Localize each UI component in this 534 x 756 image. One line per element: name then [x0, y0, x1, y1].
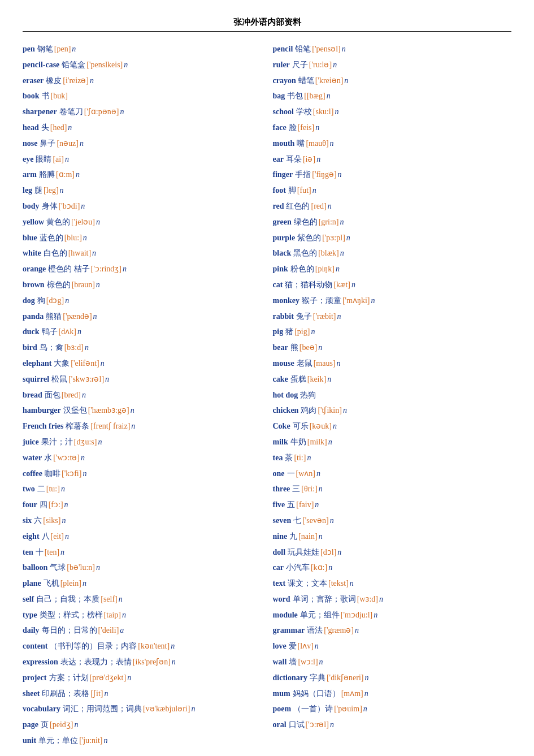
- word-english: ruler: [273, 58, 290, 72]
- vocab-entry: eye 眼睛[ai] n: [23, 152, 262, 167]
- word-chinese: 鸟；禽: [40, 341, 63, 355]
- word-english: five: [273, 498, 285, 512]
- word-english: purple: [273, 231, 296, 245]
- word-phonetic: [kən'tent]: [138, 640, 170, 653]
- word-chinese: 九: [289, 530, 297, 543]
- word-pos: n: [65, 153, 69, 166]
- word-english: ten: [23, 546, 33, 559]
- word-chinese: 蜡笔: [298, 74, 314, 88]
- word-chinese: 绿色的: [294, 215, 318, 229]
- word-phonetic: ['hæmbɜ:gə]: [88, 404, 129, 417]
- word-pos: n: [60, 184, 64, 197]
- page-container: 张冲外语内部资料 pen 钢笔[pen] npencil 铅笔['pensəl]…: [0, 0, 534, 756]
- word-phonetic: ['kreiən]: [315, 74, 344, 88]
- word-english: balloon: [23, 561, 47, 574]
- word-pos: n: [131, 420, 135, 433]
- word-pos: n: [333, 420, 337, 433]
- word-pos: n: [333, 58, 337, 72]
- word-chinese: 黄色的: [46, 215, 70, 229]
- word-pos: n: [105, 373, 109, 386]
- word-english: pen: [23, 42, 35, 56]
- word-english: pink: [273, 262, 288, 276]
- word-phonetic: [keik]: [307, 373, 326, 386]
- word-pos: n: [104, 687, 108, 701]
- word-pos: n: [120, 105, 124, 119]
- word-chinese: 书: [42, 89, 50, 103]
- page-title: 张冲外语内部资料: [23, 11, 511, 32]
- word-chinese: 橡皮: [46, 74, 62, 88]
- word-pos: n: [330, 514, 334, 528]
- word-phonetic: [buk]: [51, 89, 68, 103]
- word-chinese: 单元；单位: [38, 734, 78, 748]
- vocab-entry: bear 熊[beə] n: [273, 340, 512, 355]
- vocab-entry: cat 猫；猫科动物[kæt] n: [273, 278, 512, 292]
- vocab-entry: duck 鸭子[dʌk] n: [23, 325, 262, 339]
- word-chinese: 铅笔盒: [62, 58, 85, 72]
- word-chinese: 粉色的: [290, 262, 314, 276]
- word-english: dictionary: [273, 671, 307, 685]
- word-chinese: 橙色的 桔子: [48, 262, 90, 276]
- word-phonetic: ['pɜ:pl]: [322, 231, 345, 245]
- vocab-entry: white 白色的[hwait] n: [23, 246, 262, 261]
- word-english: yellow: [23, 215, 44, 229]
- word-phonetic: [milk]: [307, 435, 327, 449]
- word-english: brown: [23, 278, 45, 292]
- word-chinese: 茶: [285, 451, 293, 465]
- vocab-entry: monkey 猴子；顽童['mʌŋki] n: [273, 293, 512, 308]
- vocab-entry: blue 蓝色的[blu:] n: [23, 231, 262, 245]
- word-chinese: 兔子: [296, 310, 312, 323]
- word-pos: n: [337, 357, 341, 370]
- word-phonetic: ['tʃikin]: [318, 404, 342, 417]
- word-chinese: 胳膊: [39, 168, 55, 182]
- word-chinese: 果汁；汁: [41, 435, 73, 449]
- vocab-entry: mouse 老鼠[maus] n: [273, 356, 512, 371]
- word-english: tea: [273, 451, 283, 465]
- vocab-entry: pencil 铅笔['pensəl] n: [273, 42, 512, 57]
- word-pos: n: [101, 357, 105, 370]
- vocab-entry: two 二[tu:] n: [23, 482, 262, 496]
- word-english: oral: [273, 718, 286, 732]
- vocab-entry: oral 口试['ɔ:rəl] n: [273, 718, 512, 732]
- word-english: pencil-case: [23, 58, 59, 72]
- vocab-entry: seven 七['sevən] n: [273, 513, 512, 528]
- word-chinese: 手指: [295, 168, 311, 182]
- word-chinese: 自己；自我；本质: [36, 593, 99, 606]
- word-phonetic: [fɔ:]: [49, 498, 63, 512]
- word-phonetic: [siks]: [43, 514, 60, 528]
- word-pos: n: [72, 42, 76, 56]
- word-pos: n: [172, 655, 176, 669]
- vocab-entry: expression 表达；表现力；表情[iks'preʃən] n: [23, 655, 262, 669]
- word-phonetic: [eit]: [51, 530, 64, 543]
- word-pos: n: [342, 42, 346, 56]
- vocab-entry: leg 腿[leg] n: [23, 183, 262, 198]
- word-chinese: 爱: [289, 640, 297, 653]
- vocab-entry: pen 钢笔[pen] n: [23, 42, 262, 57]
- word-chinese: 书包: [287, 89, 303, 103]
- word-chinese: 学校: [296, 105, 312, 119]
- vocab-entry: ruler 尺子['ru:lə] n: [273, 58, 512, 72]
- word-pos: n: [344, 74, 348, 88]
- word-english: sheet: [23, 687, 40, 701]
- word-phonetic: [θri:]: [301, 482, 317, 496]
- word-pos: n: [328, 435, 332, 449]
- word-phonetic: [dʒu:s]: [74, 435, 97, 449]
- word-chinese: 字典: [310, 671, 325, 685]
- word-english: leg: [23, 184, 32, 197]
- word-phonetic: [bred]: [62, 388, 81, 402]
- word-phonetic: [bɜ:d]: [64, 341, 84, 355]
- word-english: school: [273, 105, 294, 119]
- word-english: page: [23, 718, 38, 732]
- word-chinese: 一: [287, 467, 295, 481]
- word-chinese: 狗: [37, 294, 45, 308]
- word-phonetic: [braun]: [72, 278, 95, 292]
- vocab-entry: crayon 蜡笔['kreiən] n: [273, 74, 512, 88]
- word-chinese: 七: [293, 514, 301, 528]
- word-pos: n: [319, 530, 323, 543]
- word-chinese: 松鼠: [51, 373, 67, 386]
- vocab-grid: pen 钢笔[pen] npencil 铅笔['pensəl] npencil-…: [23, 42, 511, 748]
- word-phonetic: [red]: [311, 200, 326, 213]
- word-pos: n: [316, 467, 320, 481]
- word-phonetic: ['mʌŋki]: [342, 294, 370, 308]
- word-phonetic: [kɑ:]: [311, 561, 327, 574]
- vocab-entry: ten 十[ten] n: [23, 545, 262, 560]
